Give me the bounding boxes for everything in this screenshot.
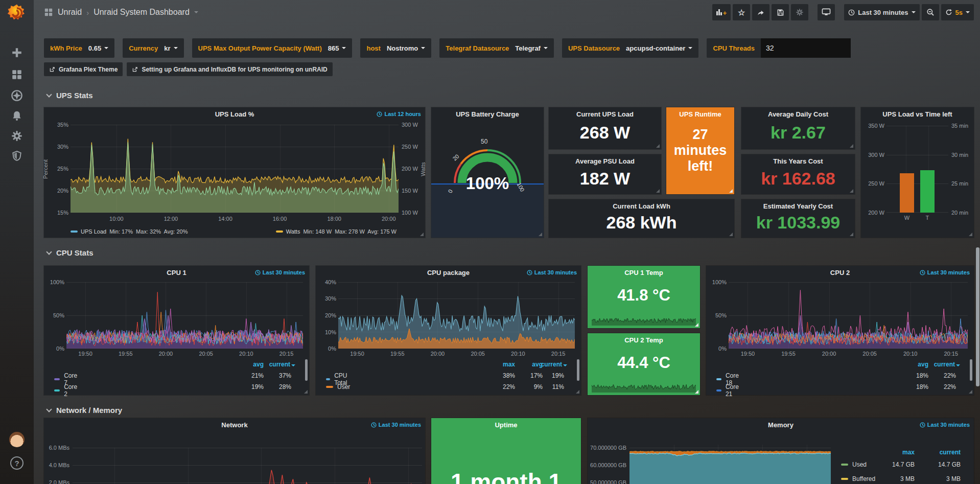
cpu2-chart[interactable] <box>729 282 968 349</box>
panel-title[interactable]: Average Daily Cost <box>741 110 855 118</box>
panel-resize-handle[interactable] <box>969 390 972 394</box>
section-network-memory[interactable]: Network / Memory <box>47 406 122 414</box>
page-scrollbar[interactable] <box>976 247 979 386</box>
user-avatar[interactable] <box>9 432 25 447</box>
panel-title[interactable]: Memory <box>588 421 974 429</box>
legend-scrollbar[interactable] <box>970 359 972 381</box>
legend-scrollbar[interactable] <box>577 359 579 381</box>
dashboard-grid-icon[interactable] <box>44 8 53 17</box>
panel-time-range[interactable]: Last 30 minutes <box>527 269 577 275</box>
refresh-button[interactable]: 5s <box>941 4 974 20</box>
time-range-picker[interactable]: Last 30 minutes <box>844 4 919 20</box>
section-ups-stats[interactable]: UPS Stats <box>47 91 93 100</box>
panel-resize-handle[interactable] <box>729 189 733 193</box>
cpu-package-chart[interactable] <box>338 282 575 349</box>
panel-resize-handle[interactable] <box>656 189 660 193</box>
cpu-threads-input[interactable] <box>761 38 851 58</box>
dashboard-picker-caret-icon[interactable] <box>194 11 198 13</box>
legend-header-avg[interactable]: avg <box>898 361 928 368</box>
grafana-logo-icon[interactable] <box>7 3 27 24</box>
share-button[interactable] <box>752 4 769 20</box>
panel-time-range[interactable]: Last 30 minutes <box>920 422 970 428</box>
legend-series-core21[interactable]: Core 21 <box>716 383 741 398</box>
star-button[interactable]: ☆ <box>733 4 750 20</box>
panel-time-range[interactable]: Last 30 minutes <box>371 422 421 428</box>
panel-resize-handle[interactable] <box>969 233 972 236</box>
panel-title[interactable]: CPU 1 Temp <box>588 269 700 276</box>
panel-title[interactable]: UPS Runtime <box>666 110 734 118</box>
create-plus-icon[interactable] <box>11 47 22 60</box>
save-button[interactable] <box>772 4 789 20</box>
link-grafana-influxdb-ups-guide[interactable]: Setting up Grafana and InfluxDB for UPS … <box>127 62 332 76</box>
legend-header-avg[interactable]: avg <box>233 361 264 368</box>
legend-header-current[interactable]: current <box>535 361 567 368</box>
panel-resize-handle[interactable] <box>656 144 660 148</box>
cycle-view-button[interactable] <box>818 4 835 20</box>
legend-ups-load[interactable]: UPS Load Min: 17% Max: 32% Avg: 20% <box>71 228 188 235</box>
panel-title[interactable]: UPS Load % <box>44 110 425 118</box>
variable-host[interactable]: host Nostromo <box>360 38 431 58</box>
help-icon[interactable]: ? <box>10 456 24 470</box>
load-vs-time-chart[interactable] <box>886 126 948 213</box>
link-grafana-plex-theme[interactable]: Grafana Plex Theme <box>44 62 123 76</box>
panel-title[interactable]: UPS Battery Charge <box>431 110 544 118</box>
panel-resize-handle[interactable] <box>850 233 853 236</box>
alerting-bell-icon[interactable] <box>11 110 22 124</box>
network-chart[interactable] <box>73 448 422 484</box>
bar-watts[interactable] <box>900 173 914 213</box>
panel-resize-handle[interactable] <box>695 323 698 327</box>
server-admin-shield-icon[interactable] <box>11 150 22 164</box>
variable-ups-datasource[interactable]: UPS Datasource apcupsd-container <box>562 38 698 58</box>
panel-title[interactable]: Current Load kWh <box>549 202 734 210</box>
legend-scrollbar[interactable] <box>305 359 308 381</box>
legend-header-max[interactable]: max <box>874 449 915 456</box>
panel-title[interactable]: Estimated Yearly Cost <box>741 202 855 210</box>
variable-telegraf-datasource[interactable]: Telegraf Datasource Telegraf <box>439 38 554 58</box>
zoom-out-button[interactable] <box>922 4 939 20</box>
panel-title[interactable]: Average PSU Load <box>549 157 661 165</box>
legend-watts[interactable]: Watts Min: 148 W Max: 278 W Avg: 175 W <box>276 228 396 235</box>
legend-series-core2[interactable]: Core 2 <box>54 383 79 398</box>
bar-time-left[interactable] <box>920 170 935 213</box>
panel-resize-handle[interactable] <box>850 189 853 193</box>
legend-header-current[interactable]: current <box>925 361 960 368</box>
panel-resize-handle[interactable] <box>304 390 308 394</box>
section-cpu-stats[interactable]: CPU Stats <box>47 248 94 257</box>
breadcrumb-page[interactable]: Unraid System Dashboard <box>94 8 190 17</box>
legend-series-buffered[interactable]: Buffered <box>841 475 875 482</box>
panel-time-range[interactable]: Last 30 minutes <box>255 269 305 275</box>
legend-series-used[interactable]: Used <box>841 461 867 468</box>
cpu1-chart[interactable] <box>66 282 303 349</box>
panel-resize-handle[interactable] <box>576 390 579 394</box>
dashboards-icon[interactable] <box>11 69 22 82</box>
memory-chart[interactable] <box>629 445 831 484</box>
add-panel-button[interactable]: + <box>712 4 731 20</box>
panel-title[interactable]: Current UPS Load <box>549 110 661 118</box>
variable-kwh-price[interactable]: kWh Price 0.65 <box>44 38 114 58</box>
panel-resize-handle[interactable] <box>695 390 698 394</box>
panel-title[interactable]: CPU 2 Temp <box>588 336 700 344</box>
panel-resize-handle[interactable] <box>850 144 853 148</box>
panel-title[interactable]: Network <box>44 421 425 429</box>
variable-currency[interactable]: Currency kr <box>123 38 183 58</box>
configuration-gear-icon[interactable] <box>11 130 22 144</box>
panel-time-range[interactable]: Last 30 minutes <box>920 269 970 275</box>
legend-series-user[interactable]: User <box>326 383 350 390</box>
legend-header-current[interactable]: current <box>261 361 295 368</box>
explore-compass-icon[interactable] <box>11 89 23 104</box>
ups-load-chart[interactable] <box>71 125 399 213</box>
panel-time-range[interactable]: Last 12 hours <box>377 111 421 117</box>
panel-title[interactable]: UPS Load vs Time left <box>861 110 974 118</box>
panel-title[interactable]: This Years Cost <box>741 157 855 165</box>
panel-resize-handle[interactable] <box>420 233 424 236</box>
breadcrumb: Unraid › Unraid System Dashboard <box>44 8 198 17</box>
legend-header-max[interactable]: max <box>484 361 515 368</box>
legend-header-current[interactable]: current <box>920 449 961 456</box>
panel-resize-handle[interactable] <box>539 233 542 236</box>
panel-title[interactable]: Uptime <box>431 421 581 429</box>
panel-resize-handle[interactable] <box>729 233 733 236</box>
panel-ups-load: UPS Load % Last 12 hours Percent Watts 3… <box>44 107 425 238</box>
settings-button[interactable] <box>791 4 808 20</box>
variable-ups-max-power[interactable]: UPS Max Output Power Capacity (Watt) 865 <box>192 38 353 58</box>
breadcrumb-app[interactable]: Unraid <box>58 8 82 17</box>
